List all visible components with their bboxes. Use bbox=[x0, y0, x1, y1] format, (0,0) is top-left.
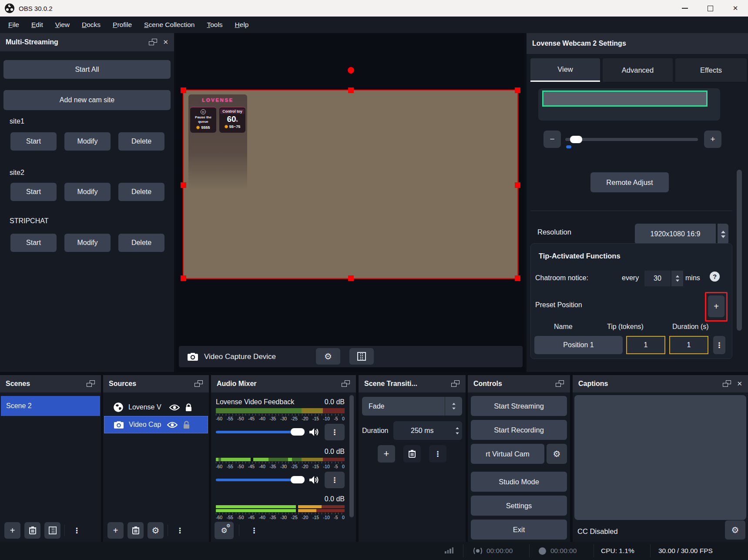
site2-modify-button[interactable]: Modify bbox=[64, 183, 111, 201]
site1-modify-button[interactable]: Modify bbox=[64, 132, 111, 151]
volume-slider[interactable] bbox=[216, 479, 305, 481]
transition-menu-button[interactable]: ⋮ bbox=[429, 445, 446, 463]
menu-file[interactable]: File bbox=[2, 17, 25, 33]
duration-input[interactable]: 250 ms bbox=[393, 421, 462, 440]
eye-icon[interactable] bbox=[169, 404, 180, 411]
menu-profile[interactable]: Profile bbox=[107, 17, 138, 33]
selection-handle-br[interactable] bbox=[515, 275, 520, 281]
selection-handle-bm[interactable] bbox=[348, 275, 354, 281]
zoom-out-button[interactable]: − bbox=[543, 131, 561, 148]
scene-item-selected[interactable]: Scene 2 bbox=[1, 396, 100, 416]
maximize-button[interactable] bbox=[698, 0, 723, 17]
preset-duration-input[interactable]: 1 bbox=[669, 336, 708, 354]
preset-name-button[interactable]: Position 1 bbox=[534, 336, 623, 354]
preset-add-button[interactable]: + bbox=[708, 295, 725, 317]
dock-float-icon[interactable] bbox=[342, 380, 350, 388]
start-streaming-button[interactable]: Start Streaming bbox=[471, 396, 567, 416]
menu-tools[interactable]: Tools bbox=[201, 17, 228, 33]
site2-start-button[interactable]: Start bbox=[10, 183, 57, 201]
selection-handle-bl[interactable] bbox=[181, 275, 186, 281]
start-recording-button[interactable]: Start Recording bbox=[471, 420, 567, 440]
dock-float-icon[interactable] bbox=[451, 380, 460, 388]
volume-slider-handle[interactable] bbox=[291, 476, 305, 483]
start-all-button[interactable]: Start All bbox=[3, 60, 171, 79]
speaker-icon[interactable] bbox=[309, 475, 320, 485]
tab-view[interactable]: View bbox=[530, 58, 600, 82]
video-source[interactable]: LOVENSE Pause the queue 5555 Control toy… bbox=[184, 91, 517, 278]
zoom-slider-track[interactable] bbox=[565, 138, 698, 141]
channel-menu-button[interactable]: ⋮ bbox=[325, 472, 345, 488]
preset-menu-button[interactable]: ⋮ bbox=[713, 336, 725, 354]
menu-docks[interactable]: Docks bbox=[76, 17, 107, 33]
lock-icon[interactable] bbox=[185, 403, 192, 412]
advanced-audio-button[interactable]: ⚙⚙ bbox=[215, 522, 234, 539]
tab-advanced[interactable]: Advanced bbox=[603, 58, 673, 82]
settings-button[interactable]: Settings bbox=[471, 496, 567, 516]
source-properties-button[interactable]: ⚙ bbox=[148, 522, 164, 539]
remove-source-button[interactable] bbox=[127, 522, 144, 539]
dock-float-icon[interactable] bbox=[149, 39, 158, 46]
minimize-button[interactable] bbox=[672, 0, 698, 17]
selection-handle-tr[interactable] bbox=[515, 87, 520, 93]
resolution-select-arrows[interactable] bbox=[717, 224, 728, 245]
exit-button[interactable]: Exit bbox=[471, 520, 567, 540]
unlock-icon[interactable] bbox=[183, 421, 190, 429]
start-virtual-cam-button[interactable]: rt Virtual Cam bbox=[471, 444, 544, 464]
mixer-menu-button[interactable]: ⋮ bbox=[245, 522, 264, 539]
remove-transition-button[interactable] bbox=[403, 445, 421, 463]
channel-menu-button[interactable]: ⋮ bbox=[325, 424, 345, 440]
transition-select[interactable]: Fade bbox=[362, 397, 462, 416]
preview-canvas[interactable]: LOVENSE Pause the queue 5555 Control toy… bbox=[176, 33, 524, 372]
dock-close-icon[interactable]: ✕ bbox=[737, 380, 742, 388]
stripchat-modify-button[interactable]: Modify bbox=[64, 234, 111, 252]
add-cam-site-button[interactable]: Add new cam site bbox=[3, 90, 171, 110]
selection-handle-mr[interactable] bbox=[515, 182, 520, 188]
tab-effects[interactable]: Effects bbox=[675, 58, 747, 82]
add-transition-button[interactable]: + bbox=[378, 445, 395, 463]
duration-arrows[interactable] bbox=[455, 421, 460, 440]
stripchat-delete-button[interactable]: Delete bbox=[118, 234, 164, 252]
remove-scene-button[interactable] bbox=[24, 522, 40, 539]
chatroom-interval-input[interactable]: 30 bbox=[644, 271, 671, 286]
scene-filters-button[interactable] bbox=[44, 522, 60, 539]
site1-delete-button[interactable]: Delete bbox=[118, 132, 164, 151]
add-scene-button[interactable]: + bbox=[4, 522, 20, 539]
preset-tip-input[interactable]: 1 bbox=[626, 336, 665, 354]
source-filters-button[interactable] bbox=[349, 348, 374, 365]
close-button[interactable]: ✕ bbox=[723, 0, 748, 17]
site2-delete-button[interactable]: Delete bbox=[118, 183, 164, 201]
selection-handle-ml[interactable] bbox=[181, 182, 186, 188]
site1-start-button[interactable]: Start bbox=[10, 132, 57, 151]
volume-slider-handle[interactable] bbox=[291, 428, 305, 436]
dock-float-icon[interactable] bbox=[556, 380, 564, 388]
resolution-select[interactable]: 1920x1080 16:9 bbox=[635, 224, 716, 245]
menu-scene-collection[interactable]: Scene Collection bbox=[138, 17, 201, 33]
mixer-scrollbar[interactable] bbox=[349, 395, 354, 517]
select-arrows[interactable] bbox=[445, 397, 462, 416]
selection-handle-tm[interactable] bbox=[348, 87, 354, 93]
source-properties-button[interactable]: ⚙ bbox=[316, 348, 340, 365]
sources-menu-button[interactable]: ⋮ bbox=[172, 522, 188, 539]
dock-float-icon[interactable] bbox=[723, 380, 731, 388]
help-icon[interactable]: ? bbox=[710, 272, 720, 282]
source-item-video-capture[interactable]: Video Cap bbox=[104, 416, 208, 433]
captions-settings-button[interactable]: ⚙ bbox=[725, 520, 745, 540]
scenes-menu-button[interactable]: ⋮ bbox=[69, 522, 85, 539]
selection-handle-tl[interactable] bbox=[181, 87, 186, 93]
menu-view[interactable]: View bbox=[49, 17, 76, 33]
dock-float-icon[interactable] bbox=[87, 380, 95, 388]
dock-float-icon[interactable] bbox=[195, 380, 203, 388]
zoom-in-button[interactable]: + bbox=[704, 131, 721, 148]
virtual-cam-config-button[interactable]: ⚙ bbox=[547, 444, 567, 464]
selection-rect[interactable]: LOVENSE Pause the queue 5555 Control toy… bbox=[183, 90, 518, 279]
stripchat-start-button[interactable]: Start bbox=[10, 234, 57, 252]
rotation-handle[interactable] bbox=[348, 67, 354, 74]
studio-mode-button[interactable]: Studio Mode bbox=[471, 472, 567, 492]
zoom-slider-handle[interactable] bbox=[570, 136, 582, 143]
speaker-icon[interactable] bbox=[309, 427, 320, 437]
remote-adjust-button[interactable]: Remote Adjust bbox=[590, 172, 669, 192]
dock-close-icon[interactable]: ✕ bbox=[163, 38, 168, 46]
eye-icon[interactable] bbox=[167, 422, 178, 428]
chatroom-interval-arrows[interactable] bbox=[671, 271, 683, 286]
source-item-lovense[interactable]: Lovense V bbox=[104, 399, 208, 416]
